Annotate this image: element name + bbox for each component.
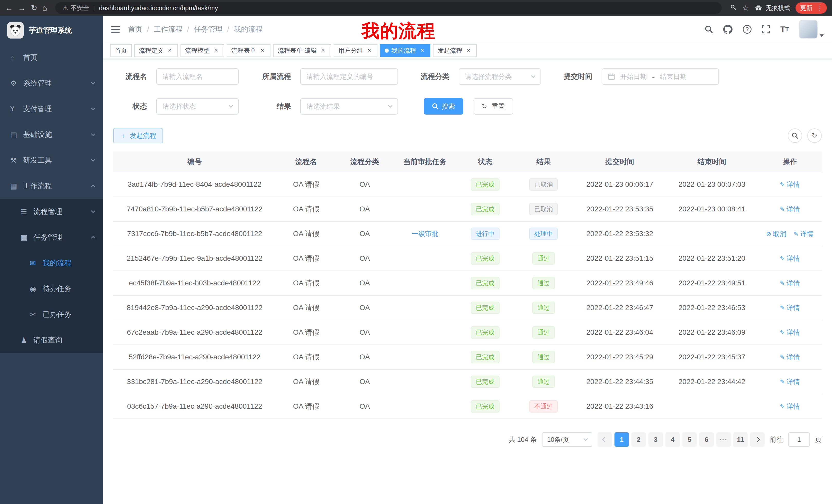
close-icon[interactable]: × [366,47,373,54]
sidebar-item-home[interactable]: ⌂首页 [0,45,103,71]
success-tag: 通过 [532,326,555,339]
browser-home-icon[interactable]: ⌂ [43,4,47,12]
action-detail-link[interactable]: ✎详情 [780,329,800,336]
tab-流程表单[interactable]: 流程表单× [227,44,270,57]
close-icon[interactable]: × [259,47,266,54]
font-size-icon[interactable]: TT [780,25,789,34]
search-button[interactable]: 搜索 [424,98,463,115]
sidebar-item-workflow[interactable]: ▦工作流程 [0,173,103,199]
sidebar-item-system-management[interactable]: ⚙系统管理 [0,71,103,96]
cell-id: 03c6c157-7b9a-11ec-a290-acde48001122 [113,394,276,419]
sidebar-item-task-management[interactable]: ▣任务管理 [0,225,103,250]
browser-back-icon[interactable]: ← [5,4,13,12]
action-detail-link[interactable]: ✎详情 [780,255,800,262]
tab-发起流程[interactable]: 发起流程× [433,44,477,57]
page-button-4[interactable]: 4 [666,432,680,447]
browser-menu-icon[interactable]: ⋮ [816,4,822,11]
sidebar-item-dev-tools[interactable]: ⚒研发工具 [0,147,103,173]
action-detail-link[interactable]: ✎详情 [780,279,800,287]
sidebar-item-payment-management[interactable]: ¥支付管理 [0,96,103,122]
chevron-up-icon [91,185,95,189]
cell-end-time: 2022-01-22 23:46:09 [666,320,758,345]
active-dot [385,49,389,53]
password-key-icon[interactable] [730,4,737,12]
create-process-button[interactable]: ＋ 发起流程 [113,128,163,143]
sidebar-item-infrastructure[interactable]: ▤基础设施 [0,122,103,147]
security-warning[interactable]: ⚠ 不安全 [62,4,89,12]
cell-end-time: 2022-01-23 00:08:41 [666,197,758,221]
action-detail-link[interactable]: ✎详情 [780,304,800,312]
app-logo[interactable]: 芋道管理系统 [0,16,103,45]
browser-reload-icon[interactable]: ↻ [31,4,37,12]
address-bar[interactable]: ⚠ 不安全 | dashboard.yudao.iocoder.cn/bpm/t… [55,2,722,14]
action-detail-link[interactable]: ✎详情 [780,205,800,213]
cell-category: OA [336,172,393,197]
fullscreen-icon[interactable] [762,25,770,33]
sidebar-item-done-tasks[interactable]: ✂已办任务 [0,302,103,327]
cell-status: 已完成 [457,271,514,296]
cell-id: 2152467e-7b9b-11ec-9a1b-acde48001122 [113,246,276,271]
sidebar-item-my-process[interactable]: ✉我的流程 [0,250,103,276]
page-button-1[interactable]: 1 [615,432,629,447]
bookmark-star-icon[interactable]: ☆ [742,4,749,12]
tab-我的流程[interactable]: 我的流程× [380,44,431,57]
tab-流程定义[interactable]: 流程定义× [134,44,178,57]
sidebar-item-leave-query[interactable]: ♟请假查询 [0,327,103,353]
breadcrumb-home[interactable]: 首页 [128,24,142,34]
close-icon[interactable]: × [419,47,426,54]
user-menu[interactable] [799,20,824,38]
status-select[interactable]: 请选择状态 [156,98,239,115]
action-detail-link[interactable]: ✎详情 [794,230,813,237]
result-select[interactable]: 请选流结果 [300,98,398,115]
page-button-3[interactable]: 3 [648,432,663,447]
prev-page-button[interactable] [598,432,612,447]
cell-category: OA [336,369,393,394]
goto-page-input[interactable]: 1 [788,432,810,447]
cell-result: 通过 [514,369,574,394]
next-page-button[interactable] [750,432,765,447]
tab-首页[interactable]: 首页 [110,44,132,57]
parent-process-input[interactable]: 请输入流程定义的编号 [300,68,398,85]
submit-time-range-input[interactable]: 开始日期 - 结束日期 [602,68,719,85]
screen: ← → ↻ ⌂ ⚠ 不安全 | dashboard.yudao.iocoder.… [0,0,832,504]
more-pages-button[interactable]: ··· [716,432,731,447]
page-size-select[interactable]: 10条/页 [542,432,592,447]
github-icon[interactable] [723,25,732,34]
chevron-up-icon [91,236,95,241]
toggle-search-button[interactable] [788,129,802,143]
page-button-5[interactable]: 5 [682,432,697,447]
search-icon[interactable] [705,25,713,33]
close-icon[interactable]: × [166,47,173,54]
action-cancel-link[interactable]: ⊘取消 [766,230,786,237]
process-name-input[interactable]: 请输入流程名 [156,68,239,85]
action-detail-link[interactable]: ✎详情 [780,378,800,386]
page-button-2[interactable]: 2 [631,432,646,447]
action-detail-link[interactable]: ✎详情 [780,353,800,361]
avatar[interactable] [799,20,817,38]
close-icon[interactable]: × [465,47,472,54]
tasks-icon: ▣ [21,233,33,242]
tab-流程模型[interactable]: 流程模型× [181,44,224,57]
refresh-table-button[interactable]: ↻ [807,129,822,143]
page-button-11[interactable]: 11 [733,432,748,447]
tab-用户分组[interactable]: 用户分组× [334,44,378,57]
category-select[interactable]: 请选择流程分类 [459,68,541,85]
current-task-link[interactable]: 一级审批 [412,230,438,237]
breadcrumb-workflow[interactable]: 工作流程 [154,24,183,34]
sidebar-item-todo-tasks[interactable]: ◉待办任务 [0,276,103,302]
close-icon[interactable]: × [212,47,219,54]
breadcrumb-task-management[interactable]: 任务管理 [194,24,223,34]
tab-流程表单-编辑[interactable]: 流程表单-编辑× [273,44,331,57]
edit-icon: ✎ [780,206,785,213]
browser-forward-icon[interactable]: → [18,4,26,12]
sidebar-item-process-management[interactable]: ☰流程管理 [0,199,103,225]
hamburger-icon[interactable] [111,25,120,33]
close-icon[interactable]: × [319,47,327,54]
reset-button[interactable]: ↻ 重置 [474,98,513,115]
divider: | [93,4,95,11]
action-detail-link[interactable]: ✎详情 [780,402,800,410]
action-detail-link[interactable]: ✎详情 [780,180,800,188]
page-button-6[interactable]: 6 [699,432,714,447]
help-icon[interactable]: ? [743,25,752,34]
browser-update-button[interactable]: 更新 ⋮ [796,2,827,13]
